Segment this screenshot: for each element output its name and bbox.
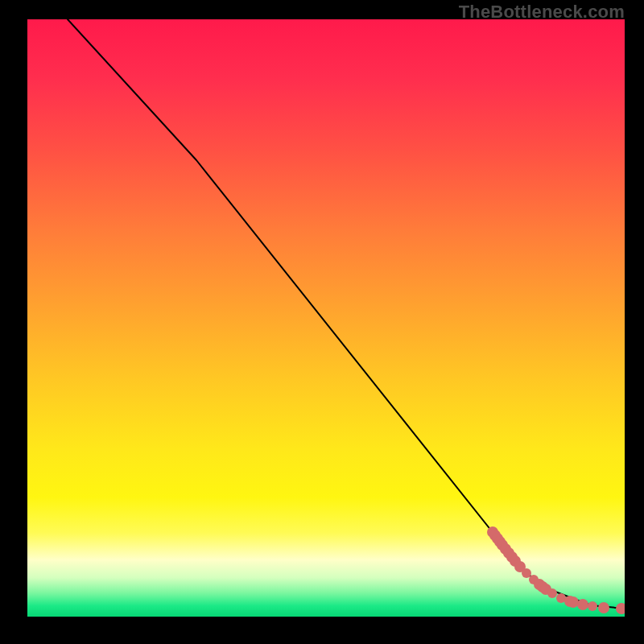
data-marker xyxy=(522,568,531,578)
chart-svg xyxy=(27,19,625,617)
chart-frame: TheBottleneck.com xyxy=(0,0,644,644)
data-marker xyxy=(577,599,588,610)
data-marker xyxy=(598,602,609,613)
data-marker xyxy=(547,588,557,598)
gradient-background xyxy=(27,19,625,617)
data-marker xyxy=(568,597,579,608)
plot-area xyxy=(27,19,625,617)
data-marker xyxy=(588,601,597,611)
